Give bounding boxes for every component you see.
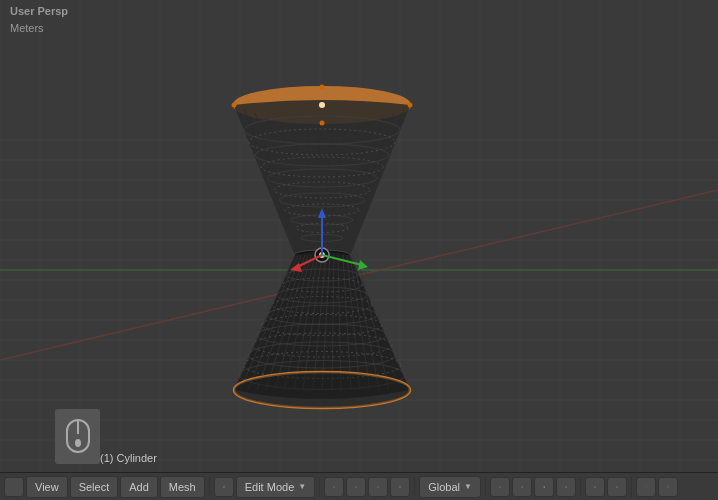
separator-4	[485, 477, 486, 497]
edit-mode-chevron: ▼	[298, 482, 306, 491]
edit-mode-dropdown[interactable]: Edit Mode ▼	[236, 476, 315, 498]
separator-5	[580, 477, 581, 497]
object-name-label: (1) Cylinder	[100, 452, 157, 464]
separator-3	[414, 477, 415, 497]
svg-rect-121	[224, 486, 225, 487]
svg-point-99	[234, 372, 410, 408]
svg-point-109	[232, 103, 237, 108]
global-dropdown[interactable]: Global ▼	[419, 476, 481, 498]
svg-point-111	[320, 85, 325, 90]
separator-1	[209, 477, 210, 497]
gizmo-icon[interactable]	[636, 477, 656, 497]
add-menu[interactable]: Add	[120, 476, 158, 498]
render-icon[interactable]	[490, 477, 510, 497]
viewport-shading[interactable]	[534, 477, 554, 497]
select-menu[interactable]: Select	[70, 476, 119, 498]
transform-icon[interactable]	[368, 477, 388, 497]
mouse-icon	[64, 418, 92, 456]
svg-point-115	[75, 439, 81, 447]
xray-icon[interactable]	[607, 477, 627, 497]
mouse-icon-box	[55, 409, 100, 464]
overlay-icon[interactable]	[585, 477, 605, 497]
svg-point-112	[320, 121, 325, 126]
bottom-toolbar: View Select Add Mesh Edit Mode ▼	[0, 472, 718, 500]
view-menu[interactable]: View	[26, 476, 68, 498]
svg-point-110	[408, 103, 413, 108]
svg-point-108	[319, 102, 325, 108]
3d-viewport[interactable]: User Persp Meters (1) Cylinder	[0, 0, 718, 472]
svg-line-140	[522, 486, 523, 487]
global-chevron: ▼	[464, 482, 472, 491]
global-label: Global	[428, 481, 460, 493]
pivot-icon[interactable]	[324, 477, 344, 497]
svg-point-136	[400, 486, 401, 487]
material-icon[interactable]	[512, 477, 532, 497]
svg-rect-119	[14, 487, 15, 488]
wireframe-icon[interactable]	[556, 477, 576, 497]
separator-6	[631, 477, 632, 497]
svg-rect-118	[13, 487, 14, 488]
grid	[0, 0, 718, 472]
svg-rect-117	[14, 486, 15, 487]
snap-icon[interactable]	[346, 477, 366, 497]
svg-point-138	[500, 486, 501, 487]
svg-rect-122	[223, 487, 224, 488]
svg-rect-116	[13, 486, 14, 487]
viewport-icon[interactable]	[4, 477, 24, 497]
proportional-icon[interactable]	[390, 477, 410, 497]
svg-point-123	[224, 487, 225, 488]
mesh-menu[interactable]: Mesh	[160, 476, 205, 498]
edit-mode-label: Edit Mode	[245, 481, 295, 493]
edit-mode-icon[interactable]	[214, 477, 234, 497]
svg-rect-120	[223, 486, 224, 487]
svg-point-126	[356, 486, 357, 487]
separator-2	[319, 477, 320, 497]
fullscreen-icon[interactable]	[658, 477, 678, 497]
